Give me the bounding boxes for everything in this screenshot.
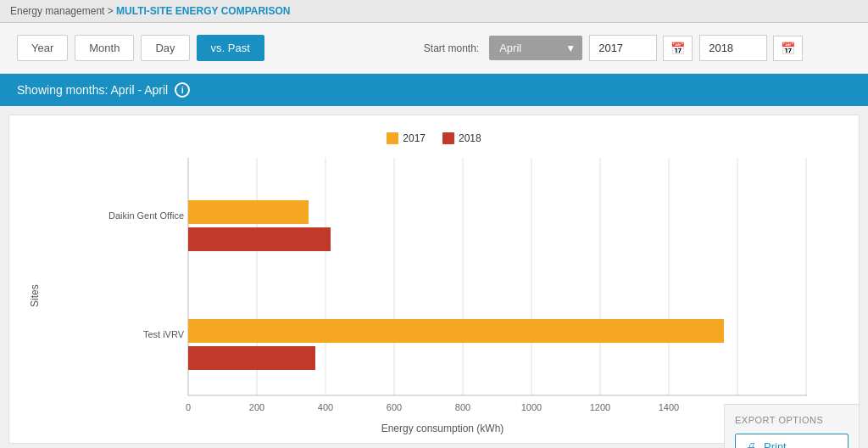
bar-ivrv-2018 — [188, 346, 315, 370]
tab-month[interactable]: Month — [75, 35, 134, 61]
legend-item-2018: 2018 — [442, 132, 481, 144]
bar-ivrv-2017 — [188, 319, 724, 343]
main-content: 2017 2018 Sites — [0, 106, 868, 448]
year2-input[interactable] — [699, 35, 767, 61]
svg-text:0: 0 — [186, 402, 191, 412]
legend-color-2018 — [442, 132, 454, 144]
svg-text:1200: 1200 — [590, 402, 610, 412]
svg-text:600: 600 — [387, 402, 402, 412]
breadcrumb-prefix: Energy management > — [10, 5, 114, 17]
svg-text:1000: 1000 — [521, 402, 542, 412]
svg-text:200: 200 — [249, 402, 264, 412]
showing-text: Showing months: April - April — [17, 83, 168, 97]
svg-text:1400: 1400 — [659, 402, 679, 412]
svg-text:400: 400 — [318, 402, 333, 412]
export-options-panel: EXPORT OPTIONS 🖨 Print — [724, 404, 860, 448]
info-icon[interactable]: i — [175, 82, 190, 98]
calendar1-icon[interactable]: 📅 — [663, 36, 693, 61]
print-button[interactable]: 🖨 Print — [735, 434, 849, 448]
calendar2-icon[interactable]: 📅 — [773, 36, 803, 61]
export-title: EXPORT OPTIONS — [735, 415, 849, 425]
tab-year[interactable]: Year — [17, 35, 68, 61]
start-month-label: Start month: — [424, 42, 479, 54]
page-title: MULTI-SITE ENERGY COMPARISON — [116, 5, 290, 17]
month-select[interactable]: April January February March May June Ju… — [489, 36, 582, 60]
chart-legend: 2017 2018 — [26, 132, 842, 144]
tab-vs-past[interactable]: vs. Past — [197, 35, 264, 61]
bar-daikin-2018 — [188, 227, 331, 251]
showing-bar: Showing months: April - April i — [0, 74, 868, 106]
chart-inner: Daikin Gent Office Test iVRV 0 200 400 6… — [43, 158, 842, 434]
controls-area: Year Month Day vs. Past Start month: Apr… — [0, 23, 868, 74]
chart-svg: Daikin Gent Office Test iVRV 0 200 400 6… — [43, 158, 842, 421]
legend-color-2017 — [387, 132, 398, 144]
site-label-ivrv: Test iVRV — [143, 329, 185, 339]
site-label-daikin: Daikin Gent Office — [108, 210, 184, 221]
svg-text:800: 800 — [455, 402, 470, 412]
x-axis-label: Energy consumption (kWh) — [43, 423, 842, 434]
legend-label-2017: 2017 — [403, 132, 426, 144]
legend-label-2018: 2018 — [459, 132, 481, 144]
legend-item-2017: 2017 — [387, 132, 426, 144]
top-bar: Energy management > MULTI-SITE ENERGY CO… — [0, 0, 868, 23]
print-label: Print — [764, 440, 787, 448]
bar-daikin-2017 — [188, 200, 309, 224]
outer-wrap: 2017 2018 Sites — [0, 106, 868, 448]
month-select-wrapper: April January February March May June Ju… — [489, 36, 582, 60]
chart-area: 2017 2018 Sites — [8, 115, 860, 444]
y-axis-label: Sites — [26, 158, 43, 434]
chart-body: Sites — [26, 158, 842, 434]
printer-icon: 🖨 — [746, 440, 757, 448]
year1-input[interactable] — [589, 35, 657, 61]
tab-day[interactable]: Day — [141, 35, 189, 61]
